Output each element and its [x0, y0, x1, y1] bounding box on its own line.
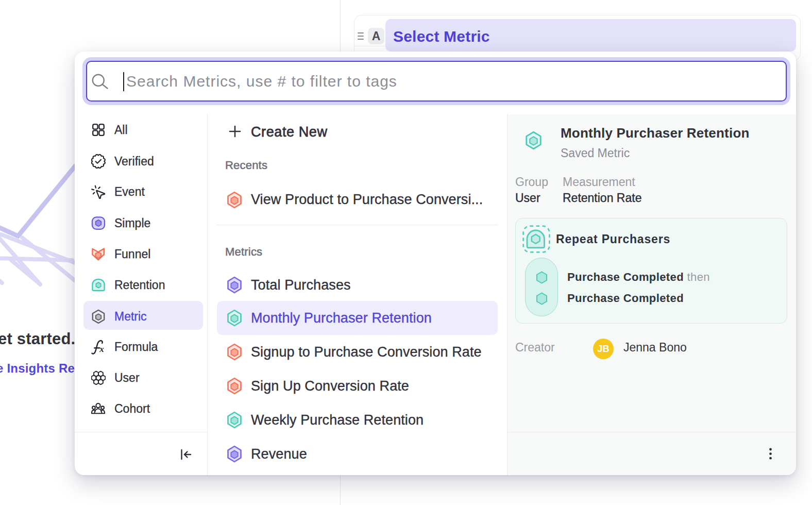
svg-text:x: x — [99, 344, 104, 354]
